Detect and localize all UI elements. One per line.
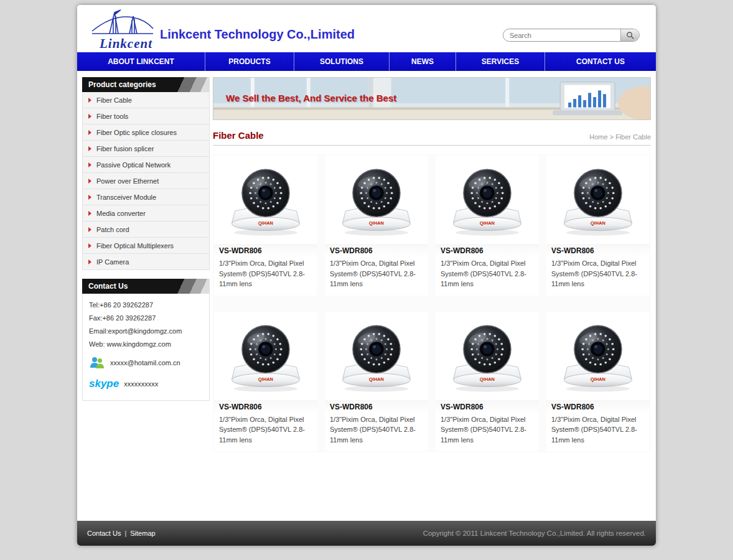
chevron-right-icon <box>88 114 91 119</box>
company-logo[interactable]: Linkcent <box>83 7 161 50</box>
product-title[interactable]: VS-WDR806 <box>214 244 317 257</box>
product-image[interactable] <box>325 312 428 400</box>
product-description: 1/3"Pixim Orca, Digital Pixel System® (D… <box>325 413 428 452</box>
breadcrumb-separator: > <box>610 133 614 141</box>
product-description: 1/3"Pixim Orca, Digital Pixel System® (D… <box>214 257 317 296</box>
dome-camera-image <box>557 161 639 239</box>
skype-account: xxxxxxxxxx <box>124 380 158 388</box>
nav-item-about[interactable]: ABOUT LINKCENT <box>77 52 205 71</box>
sidebar-item-fusion-splicer[interactable]: Fiber fusion splicer <box>82 141 210 157</box>
category-label: Patch cord <box>96 226 129 233</box>
product-card: VS-WDR806 1/3"Pixim Orca, Digital Pixel … <box>436 156 539 296</box>
product-title[interactable]: VS-WDR806 <box>325 244 428 257</box>
main-content: We Sell the Best, And Service the Best F… <box>213 77 651 452</box>
product-title[interactable]: VS-WDR806 <box>546 400 650 413</box>
category-label: Power over Ethernet <box>96 177 159 185</box>
nav-item-contact[interactable]: CONTACT US <box>545 52 656 71</box>
category-label: Passive Optical Network <box>96 161 170 169</box>
sidebar-item-transceiver-module[interactable]: Transceiver Module <box>82 189 210 205</box>
product-description: 1/3"Pixim Orca, Digital Pixel System® (D… <box>546 413 650 452</box>
dome-camera-image <box>446 161 528 239</box>
contact-web: Web: www.kingdomgz.com <box>89 340 203 348</box>
dome-camera-image <box>446 317 528 395</box>
dome-camera-image <box>335 317 418 395</box>
product-description: 1/3"Pixim Orca, Digital Pixel System® (D… <box>436 413 539 452</box>
dome-camera-image <box>335 161 418 239</box>
category-label: IP Camera <box>96 258 129 266</box>
product-image[interactable] <box>214 312 317 400</box>
search-button[interactable] <box>620 29 639 41</box>
contact-box: Tel:+86 20 39262287 Fax:+86 20 39262287 … <box>82 294 210 401</box>
site-footer: Contact Us|Sitemap Copyright © 2011 Link… <box>77 521 656 546</box>
product-card: VS-WDR806 1/3"Pixim Orca, Digital Pixel … <box>546 156 650 296</box>
footer-contact-link[interactable]: Contact Us <box>87 530 121 537</box>
category-label: Fiber Optical Multiplexers <box>96 242 174 250</box>
nav-item-solutions[interactable]: SOLUTIONS <box>294 52 390 71</box>
product-title[interactable]: VS-WDR806 <box>436 244 539 257</box>
page-body: Product categories Fiber Cable Fiber too… <box>77 71 656 510</box>
footer-sitemap-link[interactable]: Sitemap <box>130 530 155 537</box>
chevron-right-icon <box>88 211 91 216</box>
chevron-right-icon <box>88 130 91 135</box>
sidebar-item-media-converter[interactable]: Media converter <box>82 205 210 222</box>
breadcrumb-current: Fiber Cable <box>615 133 651 141</box>
chevron-right-icon <box>88 98 91 103</box>
search-input[interactable] <box>503 29 620 41</box>
banner-slogan: We Sell the Best, And Service the Best <box>226 93 396 103</box>
nav-item-services[interactable]: SERVICES <box>456 52 545 71</box>
product-title[interactable]: VS-WDR806 <box>325 400 428 413</box>
dome-camera-image <box>225 317 307 395</box>
sidebar-item-ip-camera[interactable]: IP Camera <box>82 254 210 270</box>
page-title: Fiber Cable <box>213 130 264 141</box>
sidebar-item-passive-optical-network[interactable]: Passive Optical Network <box>82 157 210 173</box>
product-image[interactable] <box>436 156 539 244</box>
site-header: Linkcent Linkcent Technology Co.,Limited <box>77 5 656 52</box>
contact-email: Email:export@kingdomgz.com <box>89 327 203 335</box>
product-description: 1/3"Pixim Orca, Digital Pixel System® (D… <box>325 257 428 296</box>
category-label: Fiber tools <box>96 113 128 120</box>
nav-item-news[interactable]: NEWS <box>390 52 456 71</box>
product-description: 1/3"Pixim Orca, Digital Pixel System® (D… <box>436 257 539 296</box>
product-image[interactable] <box>546 156 650 244</box>
sidebar-item-fiber-cable[interactable]: Fiber Cable <box>82 92 210 108</box>
skype-logo: skype <box>89 378 119 390</box>
msn-address: xxxxx@hotamil.com.cn <box>110 359 180 366</box>
category-label: Fiber Optic splice closures <box>96 129 177 136</box>
search-box <box>503 29 640 42</box>
product-image[interactable] <box>325 156 428 244</box>
contact-panel: Contact Us Tel:+86 20 39262287 Fax:+86 2… <box>82 279 210 401</box>
category-list: Fiber Cable Fiber tools Fiber Optic spli… <box>82 92 210 270</box>
msn-row: xxxxx@hotamil.com.cn <box>89 355 203 370</box>
msn-messenger-icon <box>89 355 105 370</box>
sidebar-item-splice-closures[interactable]: Fiber Optic splice closures <box>82 124 210 141</box>
main-nav: ABOUT LINKCENT PRODUCTS SOLUTIONS NEWS S… <box>77 52 656 71</box>
product-card: VS-WDR806 1/3"Pixim Orca, Digital Pixel … <box>325 312 428 452</box>
sidebar-item-optical-multiplexers[interactable]: Fiber Optical Multiplexers <box>82 238 210 254</box>
site-title: Linkcent Technology Co.,Limited <box>160 27 355 42</box>
breadcrumb-home-link[interactable]: Home <box>589 133 607 141</box>
product-image[interactable] <box>546 312 650 400</box>
product-title[interactable]: VS-WDR806 <box>546 244 650 257</box>
chevron-right-icon <box>88 227 91 232</box>
logo-wordmark: Linkcent <box>100 36 152 52</box>
product-image[interactable] <box>436 312 539 400</box>
chevron-right-icon <box>88 162 91 167</box>
product-title[interactable]: VS-WDR806 <box>436 400 539 413</box>
nav-item-products[interactable]: PRODUCTS <box>205 52 294 71</box>
sidebar-item-patch-cord[interactable]: Patch cord <box>82 222 210 238</box>
chevron-right-icon <box>88 179 91 184</box>
product-grid: VS-WDR806 1/3"Pixim Orca, Digital Pixel … <box>213 154 651 452</box>
search-icon <box>626 31 635 40</box>
dome-camera-image <box>225 161 307 239</box>
sidebar-item-power-over-ethernet[interactable]: Power over Ethernet <box>82 173 210 189</box>
dome-camera-image <box>557 317 639 395</box>
product-card: VS-WDR806 1/3"Pixim Orca, Digital Pixel … <box>325 156 428 296</box>
chevron-right-icon <box>88 195 91 200</box>
product-image[interactable] <box>214 156 317 244</box>
footer-separator: | <box>124 530 126 537</box>
product-description: 1/3"Pixim Orca, Digital Pixel System® (D… <box>546 257 650 296</box>
product-title[interactable]: VS-WDR806 <box>214 400 317 413</box>
sidebar-item-fiber-tools[interactable]: Fiber tools <box>82 108 210 124</box>
product-card: VS-WDR806 1/3"Pixim Orca, Digital Pixel … <box>214 156 317 296</box>
hero-banner: We Sell the Best, And Service the Best <box>213 77 651 120</box>
